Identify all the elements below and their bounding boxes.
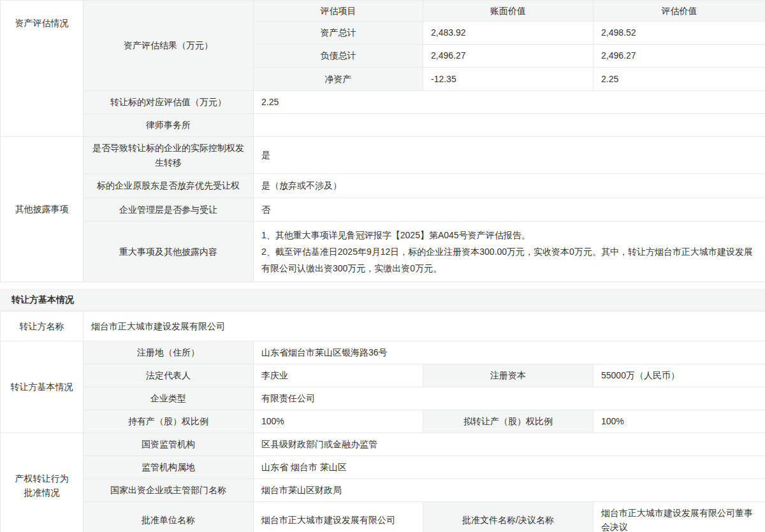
table-row: 转让方基本情况 注册地（住所） 山东省烟台市莱山区银海路36号 <box>1 341 765 364</box>
label-transferor-name: 转让方名称 <box>1 312 84 341</box>
group-label-other-disclosure: 其他披露事项 <box>1 137 84 282</box>
cell-net-assets-book: -12.35 <box>423 68 594 91</box>
cell-total-assets-eval: 2,498.52 <box>594 22 765 45</box>
table-row: 转让方名称 烟台市正大城市建设发展有限公司 <box>1 312 765 341</box>
major-items-line-2: 2、截至评估基准日2025年9月12日，标的企业注册资本300.00万元，实收资… <box>261 243 757 277</box>
table-row: 持有产（股）权比例 100% 拟转让产（股）权比例 100% <box>1 410 765 433</box>
label-registered-address: 注册地（住所） <box>84 341 254 364</box>
table-row: 产权转让行为 批准情况 国资监管机构 区县级财政部门或金融办监管 <box>1 433 765 456</box>
table-row: 企业类型 有限责任公司 <box>1 387 765 410</box>
transferor-table: 转让方名称 烟台市正大城市建设发展有限公司 转让方基本情况 注册地（住所） 山东… <box>0 311 765 532</box>
label-company-type: 企业类型 <box>84 387 254 410</box>
value-management-participation: 否 <box>254 198 765 222</box>
value-registered-address: 山东省烟台市莱山区银海路36号 <box>254 341 765 364</box>
value-regulator: 区县级财政部门或金融办监管 <box>254 433 765 456</box>
cell-total-liabilities-label: 负债总计 <box>254 45 423 68</box>
section-title-transferor: 转让方基本情况 <box>0 289 765 311</box>
value-transferor-name: 烟台市正大城市建设发展有限公司 <box>84 312 765 341</box>
value-state-funded-enterprise: 烟台市莱山区财政局 <box>254 479 765 502</box>
label-registered-capital: 注册资本 <box>423 364 594 387</box>
cell-net-assets-eval: 2.25 <box>594 68 765 91</box>
table-row: 法定代表人 李庆业 注册资本 55000万（人民币） <box>1 364 765 387</box>
table-row: 企业管理层是否参与受让 否 <box>1 198 765 222</box>
cell-total-assets-book: 2,483.92 <box>423 22 594 45</box>
label-legal-representative: 法定代表人 <box>84 364 254 387</box>
subtable-header-book-value: 账面价值 <box>423 1 594 22</box>
value-regulator-region: 山东省 烟台市 莱山区 <box>254 456 765 479</box>
table-row: 重大事项及其他披露内容 1、其他重大事项详见鲁冠评报字【2025】第A045号资… <box>1 222 765 282</box>
subtable-header-item: 评估项目 <box>254 1 423 22</box>
table-row: 律师事务所 <box>1 114 765 137</box>
label-regulator-region: 监管机构属地 <box>84 456 254 479</box>
table-row: 监管机构属地 山东省 烟台市 莱山区 <box>1 456 765 479</box>
value-holding-ratio: 100% <box>254 410 423 433</box>
label-transfer-ratio: 拟转让产（股）权比例 <box>423 410 594 433</box>
value-company-type: 有限责任公司 <box>254 387 765 410</box>
table-row: 其他披露事项 是否导致转让标的企业的实际控制权发生转移 是 <box>1 137 765 174</box>
label-approval-unit: 批准单位名称 <box>84 502 254 532</box>
label-regulator: 国资监管机构 <box>84 433 254 456</box>
approval-group-line-2: 批准情况 <box>7 485 76 500</box>
subtable-header-eval-value: 评估价值 <box>594 1 765 22</box>
cell-total-liabilities-eval: 2,496.27 <box>594 45 765 68</box>
section-gap <box>0 282 765 289</box>
major-items-line-1: 1、其他重大事项详见鲁冠评报字【2025】第A045号资产评估报告。 <box>261 227 757 243</box>
value-waive-preemptive-right: 是（放弃或不涉及） <box>254 174 765 198</box>
table-row: 资产评估情况 资产评估结果（万元） 评估项目 账面价值 评估价值 <box>1 1 765 22</box>
cell-net-assets-label: 净资产 <box>254 68 423 91</box>
label-state-funded-enterprise: 国家出资企业或主管部门名称 <box>84 479 254 502</box>
label-target-eval-value: 转让标的对应评估值（万元） <box>84 91 254 114</box>
table-row: 国家出资企业或主管部门名称 烟台市莱山区财政局 <box>1 479 765 502</box>
label-law-firm: 律师事务所 <box>84 114 254 137</box>
value-legal-representative: 李庆业 <box>254 364 423 387</box>
table-row: 转让标的对应评估值（万元） 2.25 <box>1 91 765 114</box>
group-label-asset-evaluation: 资产评估情况 <box>1 1 84 137</box>
group-label-approval: 产权转让行为 批准情况 <box>1 433 84 532</box>
label-control-transfer: 是否导致转让标的企业的实际控制权发生转移 <box>84 137 254 174</box>
cell-total-assets-label: 资产总计 <box>254 22 423 45</box>
label-approval-document: 批准文件名称/决议名称 <box>423 502 594 532</box>
label-asset-evaluation-result: 资产评估结果（万元） <box>84 1 254 91</box>
cell-total-liabilities-book: 2,496.27 <box>423 45 594 68</box>
table-row: 批准单位名称 烟台市正大城市建设发展有限公司 批准文件名称/决议名称 烟台市正大… <box>1 502 765 532</box>
asset-evaluation-table: 资产评估情况 资产评估结果（万元） 评估项目 账面价值 评估价值 资产总计 2,… <box>0 0 765 282</box>
table-row: 标的企业原股东是否放弃优先受让权 是（放弃或不涉及） <box>1 174 765 198</box>
label-holding-ratio: 持有产（股）权比例 <box>84 410 254 433</box>
value-approval-unit: 烟台市正大城市建设发展有限公司 <box>254 502 423 532</box>
value-approval-document: 烟台市正大城市建设发展有限公司董事会决议 <box>594 502 765 532</box>
value-control-transfer: 是 <box>254 137 765 174</box>
label-management-participation: 企业管理层是否参与受让 <box>84 198 254 222</box>
value-target-eval-value: 2.25 <box>254 91 765 114</box>
value-major-items: 1、其他重大事项详见鲁冠评报字【2025】第A045号资产评估报告。 2、截至评… <box>254 222 765 282</box>
value-law-firm <box>254 114 765 137</box>
value-transfer-ratio: 100% <box>594 410 765 433</box>
value-registered-capital: 55000万（人民币） <box>594 364 765 387</box>
label-waive-preemptive-right: 标的企业原股东是否放弃优先受让权 <box>84 174 254 198</box>
group-label-transferor-basic: 转让方基本情况 <box>1 341 84 433</box>
label-major-items: 重大事项及其他披露内容 <box>84 222 254 282</box>
approval-group-line-1: 产权转让行为 <box>7 471 76 485</box>
